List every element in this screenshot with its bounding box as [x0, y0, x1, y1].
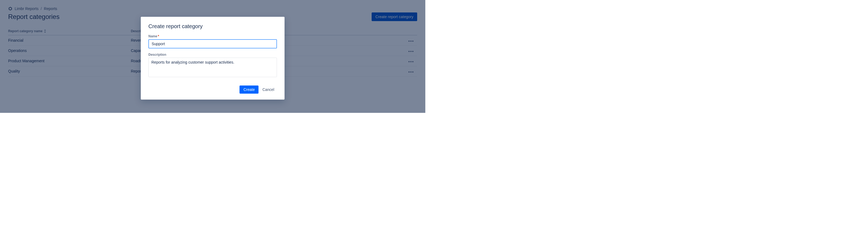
name-label-text: Name — [148, 34, 157, 38]
description-label: Description — [148, 53, 277, 56]
description-field: Description Reports for analyzing custom… — [148, 53, 277, 78]
modal-create-button[interactable]: Create — [240, 85, 258, 93]
modal-footer: Create Cancel — [148, 85, 277, 93]
modal-title: Create report category — [148, 23, 277, 30]
name-label: Name* — [148, 34, 277, 38]
description-input[interactable]: Reports for analyzing customer support a… — [148, 58, 277, 77]
name-field: Name* — [148, 34, 277, 48]
create-report-category-modal: Create report category Name* Description… — [141, 17, 284, 100]
name-input[interactable] — [148, 39, 277, 48]
required-indicator: * — [158, 34, 159, 38]
modal-cancel-button[interactable]: Cancel — [259, 85, 277, 93]
